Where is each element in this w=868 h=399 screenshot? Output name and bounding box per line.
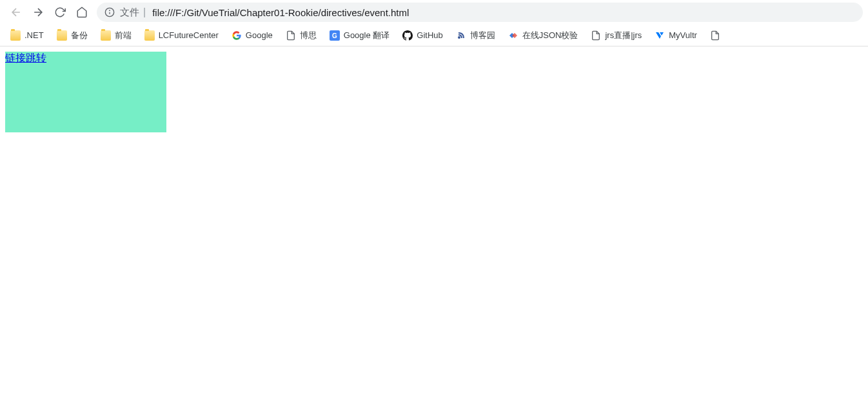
page-icon	[286, 30, 296, 41]
page-icon	[710, 30, 720, 41]
home-button[interactable]	[71, 1, 93, 23]
address-bar[interactable]: 文件 | file:///F:/Git/VueTrial/Chapter01-R…	[97, 3, 863, 22]
folder-icon	[101, 30, 111, 41]
bookmark-bosi[interactable]: 博思	[279, 26, 323, 45]
svg-point-2	[110, 10, 110, 11]
vultr-icon	[655, 30, 665, 41]
bookmark-label: Google 翻译	[344, 30, 390, 41]
github-icon	[402, 30, 413, 41]
bookmark-backup[interactable]: 备份	[50, 26, 94, 45]
google-icon	[232, 30, 242, 41]
bookmark-label: 博思	[300, 30, 317, 41]
page-content: 链接跳转	[0, 46, 868, 138]
bookmark-github[interactable]: GitHub	[396, 26, 449, 45]
page-icon	[591, 30, 601, 41]
browser-toolbar: 文件 | file:///F:/Git/VueTrial/Chapter01-R…	[0, 0, 868, 25]
address-separator: |	[143, 6, 146, 18]
svg-point-5	[458, 36, 460, 39]
bookmark-frontend[interactable]: 前端	[94, 26, 138, 45]
bookmark-label: 备份	[71, 30, 88, 41]
folder-icon	[144, 30, 155, 41]
translate-icon: G	[330, 30, 340, 41]
bookmark-json[interactable]: 在线JSON校验	[502, 26, 585, 45]
address-prefix-label: 文件	[120, 6, 139, 19]
bookmark-label: .NET	[25, 30, 44, 40]
bookmark-myvultr[interactable]: MyVultr	[648, 26, 704, 45]
bookmark-cnblogs[interactable]: 博客园	[449, 26, 502, 45]
home-icon	[76, 6, 88, 18]
folder-icon	[10, 30, 21, 41]
arrow-left-icon	[10, 6, 23, 19]
bookmark-google-translate[interactable]: G Google 翻译	[323, 26, 397, 45]
bookmark-label: 博客园	[470, 30, 495, 41]
link-jump[interactable]: 链接跳转	[5, 52, 46, 63]
bookmarks-bar: .NET 备份 前端 LCFutureCenter Google 博思 G Go…	[0, 25, 868, 46]
reload-button[interactable]	[49, 1, 71, 23]
bookmark-label: jrs直播|jrs	[605, 30, 642, 41]
bookmark-label: 前端	[115, 30, 132, 41]
bookmark-label: 在线JSON校验	[522, 30, 578, 41]
address-url-text: file:///F:/Git/VueTrial/Chapter01-Rookie…	[152, 7, 409, 18]
info-icon	[104, 7, 115, 17]
back-button[interactable]	[5, 1, 27, 23]
green-box: 链接跳转	[5, 52, 166, 132]
json-icon	[508, 30, 518, 41]
cnblogs-icon	[456, 30, 466, 41]
forward-button[interactable]	[27, 1, 49, 23]
bookmark-jrs[interactable]: jrs直播|jrs	[584, 26, 648, 45]
bookmark-more[interactable]	[704, 26, 731, 45]
bookmark-dotnet[interactable]: .NET	[4, 26, 50, 45]
arrow-right-icon	[32, 6, 44, 19]
bookmark-label: MyVultr	[669, 30, 697, 40]
bookmark-label: GitHub	[417, 30, 442, 40]
svg-text:G: G	[332, 32, 337, 39]
folder-icon	[57, 30, 67, 41]
bookmark-label: Google	[246, 30, 273, 40]
reload-icon	[54, 6, 66, 18]
bookmark-label: LCFutureCenter	[159, 30, 219, 40]
bookmark-google[interactable]: Google	[225, 26, 279, 45]
bookmark-lcfuturecenter[interactable]: LCFutureCenter	[138, 26, 225, 45]
